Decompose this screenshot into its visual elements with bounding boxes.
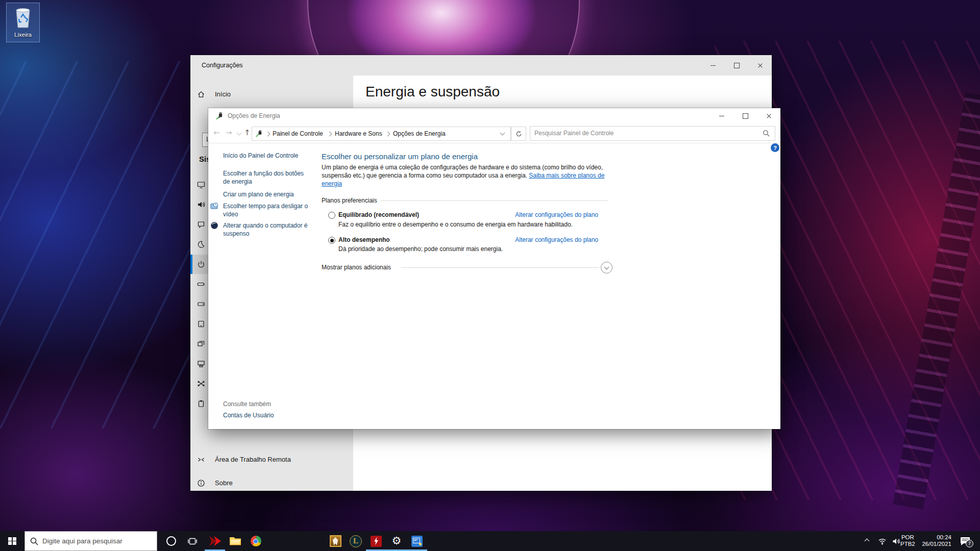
additional-plans-group-label: Mostrar planos adicionais [322,264,391,271]
sleep-icon [210,221,218,230]
see-also-header: Consulte também [223,400,271,408]
settings-gear-icon: ⚙ [392,536,402,546]
display-timeout-icon [210,202,218,210]
plan-radio-alto-desempenho[interactable] [328,237,335,244]
breadcrumb-chevron-icon [327,132,332,137]
tray-clock[interactable]: 00:24 26/01/2021 [918,534,951,547]
cp-sidebar-link-display-off[interactable]: Escolher tempo para desligar o vídeo [223,202,310,218]
taskbar-app-settings[interactable]: ⚙ [386,531,407,551]
cp-sidebar-home-link[interactable]: Início do Painel de Controle [223,152,298,159]
wifi-icon [878,538,887,545]
breadcrumb-chevron-icon [385,132,390,137]
cp-intro-paragraph: Um plano de energia é uma coleção de con… [322,163,608,188]
taskbar-app-league-of-legends[interactable]: L [346,531,366,551]
taskbar-app-media[interactable] [205,531,225,551]
taskbar: Digite aqui para pesquisar [0,531,980,551]
settings-maximize-button[interactable] [725,55,748,76]
history-dropdown-icon[interactable] [237,131,242,136]
search-icon [763,130,770,137]
maximize-icon [743,113,748,119]
recycle-bin-desktop-icon[interactable]: Lixeira [6,3,40,42]
cp-minimize-button[interactable] [710,108,733,123]
breadcrumb-dropdown-icon[interactable] [500,131,505,136]
tray-language-line2: PTB2 [900,541,915,547]
refresh-button[interactable] [511,127,526,141]
change-plan-settings-link-1[interactable]: Alterar configurações do plano [511,211,598,218]
settings-close-button[interactable] [748,55,772,76]
tray-show-hidden-icons[interactable] [860,531,874,551]
speaker-icon [892,538,900,545]
start-button[interactable] [2,531,22,551]
cp-titlebar[interactable]: Opções de Energia [208,108,780,123]
chrome-icon [251,536,261,546]
breadcrumb-item-hardware-sons[interactable]: Hardware e Sons [335,130,382,137]
breadcrumb-item-control-panel[interactable]: Painel de Controle [273,130,323,137]
focus-assist-moon-icon [197,240,205,248]
change-plan-settings-link-2[interactable]: Alterar configurações do plano [511,236,598,243]
running-indicator [366,549,386,551]
cp-search-input[interactable]: Pesquisar Painel de Controle [530,126,775,141]
plan-desc-alto-desempenho: Dá prioridade ao desempenho; pode consum… [338,245,503,253]
taskbar-search-input[interactable]: Digite aqui para pesquisar [24,531,157,551]
sidebar-about-label: Sobre [215,479,233,487]
user-accounts-link[interactable]: Contas de Usuário [223,412,274,419]
settings-titlebar[interactable]: Configurações [190,55,772,76]
cp-maximize-button[interactable] [733,108,757,123]
settings-window-title: Configurações [202,62,243,69]
forward-icon[interactable]: → [226,128,232,137]
breadcrumb[interactable]: Painel de Controle Hardware e Sons Opçõe… [252,127,511,141]
refresh-icon [516,131,522,137]
storage-drive-icon [197,300,205,308]
group-divider [380,201,608,201]
cp-page-heading: Escolher ou personalizar um plano de ene… [322,152,478,161]
running-indicator [205,549,225,551]
tray-network[interactable] [875,531,889,551]
show-additional-plans-button[interactable] [601,262,612,273]
sidebar-item-remote-desktop[interactable]: Área de Trabalho Remota [190,450,353,469]
tray-action-center[interactable]: 7 [955,531,977,551]
plan-radio-equilibrado[interactable] [328,212,335,219]
cp-sidebar-link-computer-sleep[interactable]: Alterar quando o computador é suspenso [223,221,312,238]
minimize-icon [710,65,716,66]
home-icon [197,90,205,98]
battery-icon [197,280,205,288]
tray-language-indicator[interactable]: POR PTB2 [900,534,915,547]
plan-name-equilibrado: Equilibrado (recomendável) [338,211,419,218]
control-panel-app-icon [411,536,423,547]
sidebar-item-home[interactable]: Início [190,85,353,104]
tray-time: 00:24 [918,534,951,541]
taskbar-app-file-explorer[interactable] [225,531,246,551]
projecting-icon [197,360,205,368]
taskbar-app-wolf-game[interactable] [325,531,346,551]
up-icon[interactable]: ↑ [244,128,251,137]
settings-page-title: Energia e suspensão [365,84,500,100]
taskbar-app-lightning[interactable] [366,531,386,551]
taskbar-app-chrome[interactable] [246,531,266,551]
back-icon[interactable]: ← [213,128,220,137]
shared-experiences-icon [197,380,205,388]
plan-name-alto-desempenho: Alto desempenho [338,236,390,243]
desktop: Lixeira Configurações Início L Sistema [0,0,980,551]
settings-minimize-button[interactable] [701,55,725,76]
sidebar-remote-desktop-label: Área de Trabalho Remota [215,456,291,463]
sound-icon [197,201,205,209]
close-icon [757,63,763,68]
task-view-button[interactable] [182,531,203,551]
close-icon [766,113,772,119]
running-indicator [386,549,407,551]
sidebar-item-about[interactable]: Sobre [190,473,353,493]
power-options-window: Opções de Energia ← → ↑ Painel de Contro… [208,108,780,429]
cp-search-placeholder: Pesquisar Painel de Controle [534,130,614,137]
breadcrumb-item-power-options[interactable]: Opções de Energia [393,130,446,137]
cp-sidebar-link-create-plan[interactable]: Criar um plano de energia [223,191,294,198]
chevron-up-icon [864,539,869,544]
cp-close-button[interactable] [757,108,780,123]
lightning-app-icon [371,536,382,547]
cortana-button[interactable] [161,531,181,551]
help-button[interactable]: ? [771,143,779,152]
taskbar-app-control-panel[interactable] [407,531,427,551]
tray-language-line1: POR [900,534,915,541]
running-indicator [407,549,427,551]
recycle-bin-icon [14,5,32,31]
cp-sidebar-link-power-buttons[interactable]: Escolher a função dos botões de energia [223,169,307,186]
